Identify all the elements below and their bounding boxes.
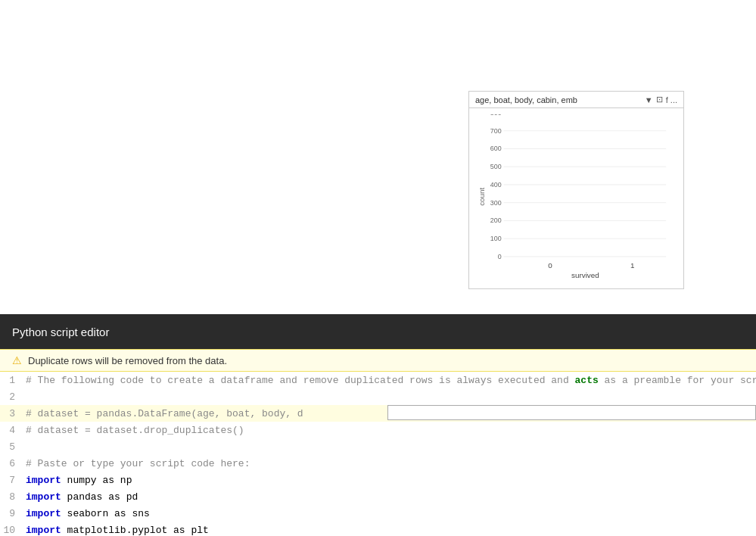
code-line-9: 9 import seaborn as sns [0,505,756,522]
code-line-5: 5 [0,438,756,455]
svg-text:800: 800 [490,114,502,117]
line-num-7: 7 [0,472,21,488]
line-content-3-prefix: # dataset = pandas.DataFrame(age, boat, … [21,405,387,422]
line-num-5: 5 [0,438,21,455]
svg-text:500: 500 [490,163,502,170]
line-num-4: 4 [0,422,21,438]
line-num-9: 9 [0,505,21,522]
chart-header-icons: ▼ ⊡ f ... [645,95,677,104]
line-content-7: import numpy as np [21,472,756,488]
svg-text:400: 400 [490,181,502,189]
code-line-2: 2 [0,388,756,405]
line-content-4: # dataset = dataset.drop_duplicates() [21,422,756,438]
bar-chart: count 0 100 200 300 400 50 [475,114,677,279]
editor-title: Python script editor [12,326,109,338]
svg-text:300: 300 [490,199,502,207]
line-num-10: 10 [0,522,21,536]
svg-text:0: 0 [498,253,502,260]
code-line-4: 4 # dataset = dataset.drop_duplicates() [0,422,756,438]
line-content-1: # The following code to create a datafra… [21,372,756,388]
line-content-2 [21,388,756,405]
code-line-7: 7 import numpy as np [0,472,756,488]
line-num-3: 3 [0,405,21,422]
line-num-1: 1 [0,372,21,388]
expand-icon[interactable]: ⊡ [656,95,663,104]
warning-icon: ⚠ [12,354,22,366]
line-content-10: import matplotlib.pyplot as plt [21,522,756,536]
line-content-9: import seaborn as sns [21,505,756,522]
code-line-10: 10 import matplotlib.pyplot as plt [0,522,756,536]
svg-text:200: 200 [490,217,502,224]
line-num-8: 8 [0,488,21,505]
svg-text:0: 0 [548,261,552,270]
code-line-8: 8 import pandas as pd [0,488,756,505]
line-content-5 [21,438,756,455]
svg-text:survived: survived [571,271,599,279]
line-content-8: import pandas as pd [21,488,756,505]
code-editor: 1 # The following code to create a dataf… [0,372,756,536]
warning-bar: ⚠ Duplicate rows will be removed from th… [0,349,756,372]
warning-text: Duplicate rows will be removed from the … [28,355,227,366]
line-num-2: 2 [0,388,21,405]
line-num-6: 6 [0,455,21,472]
filter-icon[interactable]: ▼ [645,95,653,104]
code-line-1: 1 # The following code to create a dataf… [0,372,756,388]
chart-container: age, boat, body, cabin, emb ▼ ⊡ f ... co… [468,91,684,289]
chart-body: count 0 100 200 300 400 50 [469,108,683,288]
more-icon[interactable]: f ... [666,95,677,104]
top-area: age, boat, body, cabin, emb ▼ ⊡ f ... co… [0,0,756,314]
line-content-6: # Paste or type your script code here: [21,455,756,472]
svg-text:700: 700 [490,127,502,135]
svg-text:100: 100 [490,235,502,242]
editor-header: Python script editor [0,314,756,349]
code-line-6: 6 # Paste or type your script code here: [0,455,756,472]
svg-text:1: 1 [630,261,635,270]
line-3-input[interactable] [387,405,757,420]
chart-title: age, boat, body, cabin, emb [475,95,645,104]
svg-text:600: 600 [490,145,502,152]
chart-header: age, boat, body, cabin, emb ▼ ⊡ f ... [469,92,683,108]
svg-text:count: count [478,187,486,205]
code-line-3: 3 # dataset = pandas.DataFrame(age, boat… [0,405,756,422]
